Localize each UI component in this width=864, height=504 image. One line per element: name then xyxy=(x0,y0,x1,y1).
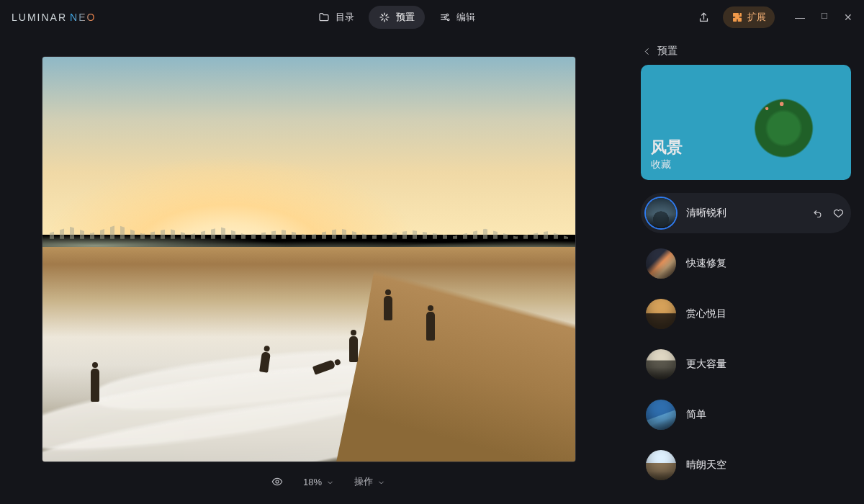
zoom-value: 18% xyxy=(303,477,322,487)
undo-icon[interactable] xyxy=(812,208,823,219)
preset-item[interactable]: 更大容量 xyxy=(641,344,851,384)
preset-item[interactable]: 简单 xyxy=(641,395,851,435)
preset-thumbnail xyxy=(646,198,676,228)
tab-edit-label: 编辑 xyxy=(456,11,475,24)
logo-text-luminar: LUMINAR xyxy=(12,12,67,23)
panel-back-label: 预置 xyxy=(657,45,678,58)
preset-item[interactable]: 晴朗天空 xyxy=(641,445,851,485)
preset-item[interactable]: 清晰锐利 xyxy=(641,193,851,233)
share-icon[interactable] xyxy=(698,12,710,24)
tab-edit[interactable]: 编辑 xyxy=(429,6,485,29)
canvas[interactable] xyxy=(42,56,576,462)
close-button[interactable]: ✕ xyxy=(844,12,852,23)
chevron-down-icon xyxy=(377,478,385,486)
actions-dropdown[interactable]: 操作 xyxy=(354,475,385,488)
svg-point-1 xyxy=(445,17,447,19)
folder-icon xyxy=(318,12,330,23)
tab-catalog[interactable]: 目录 xyxy=(308,6,364,29)
viewer-toolbar: 18% 操作 xyxy=(42,462,615,501)
extensions-label: 扩展 xyxy=(747,11,766,24)
collection-subtitle: 收藏 xyxy=(651,158,683,171)
main-tabs: 目录 预置 编辑 xyxy=(96,6,698,29)
presets-panel: 预置 风景 收藏 清晰锐利 快速修复 赏心悦 xyxy=(635,35,864,504)
preset-thumbnail xyxy=(646,299,676,329)
svg-point-2 xyxy=(448,19,450,21)
collection-card[interactable]: 风景 收藏 xyxy=(641,65,851,180)
chevron-down-icon xyxy=(326,478,334,486)
preset-label: 清晰锐利 xyxy=(686,207,802,220)
preset-list: 清晰锐利 快速修复 赏心悦目 更大容量 简单 xyxy=(641,193,851,485)
preset-label: 晴朗天空 xyxy=(686,459,844,472)
svg-point-0 xyxy=(446,14,449,16)
preset-item[interactable]: 赏心悦目 xyxy=(641,294,851,334)
collection-title: 风景 xyxy=(651,137,683,158)
tab-presets-label: 预置 xyxy=(396,11,415,24)
preset-thumbnail xyxy=(646,450,676,480)
tab-catalog-label: 目录 xyxy=(336,11,354,24)
canvas-image xyxy=(42,57,575,462)
preset-label: 简单 xyxy=(686,408,844,421)
preset-thumbnail xyxy=(646,400,676,430)
maximize-button[interactable]: ☐ xyxy=(821,12,828,23)
preset-item[interactable]: 快速修复 xyxy=(641,243,851,284)
preset-label: 快速修复 xyxy=(686,257,844,270)
extensions-button[interactable]: 扩展 xyxy=(723,6,775,28)
actions-label: 操作 xyxy=(354,475,373,488)
visibility-toggle[interactable] xyxy=(271,476,283,487)
logo-text-neo: NEO xyxy=(70,12,96,23)
topbar-actions: 扩展 — ☐ ✕ xyxy=(698,6,852,28)
sliders-icon xyxy=(439,12,451,23)
tab-presets[interactable]: 预置 xyxy=(369,6,425,29)
window-controls: — ☐ ✕ xyxy=(795,12,852,23)
zoom-dropdown[interactable]: 18% xyxy=(303,477,334,487)
panel-back[interactable]: 预置 xyxy=(641,40,851,65)
heart-icon[interactable] xyxy=(833,208,844,219)
puzzle-icon xyxy=(732,12,743,23)
preset-label: 更大容量 xyxy=(686,358,844,371)
preset-label: 赏心悦目 xyxy=(686,307,844,320)
minimize-button[interactable]: — xyxy=(795,12,805,23)
svg-point-3 xyxy=(276,480,279,483)
preset-thumbnail xyxy=(646,248,676,279)
title-bar: LUMINAR NEO 目录 预置 编辑 扩展 — ☐ ✕ xyxy=(0,0,864,35)
preset-thumbnail xyxy=(646,349,676,379)
sparkle-icon xyxy=(379,12,390,23)
app-logo: LUMINAR NEO xyxy=(12,12,96,23)
image-viewer: 18% 操作 xyxy=(0,35,635,504)
chevron-left-icon xyxy=(642,47,652,56)
